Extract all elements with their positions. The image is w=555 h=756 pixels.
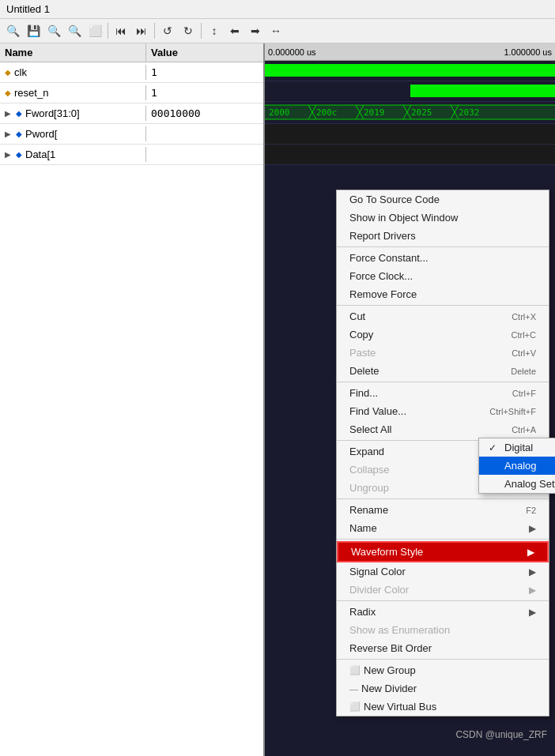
next-button[interactable]: ⏭ xyxy=(132,21,151,40)
signal-name-pword: ▶ ◆ Pword[ xyxy=(0,126,146,141)
new-virtual-bus-icon: ⬜ xyxy=(349,701,361,712)
ctx-force-clock[interactable]: Force Clock... xyxy=(337,267,549,285)
bus-icon-fword: ◆ xyxy=(16,109,22,118)
expand-v-button[interactable]: ↕ xyxy=(205,21,224,40)
ctx-reverse-bit[interactable]: Reverse Bit Order xyxy=(337,639,549,657)
ctx-delete[interactable]: Delete Delete xyxy=(337,362,549,380)
submenu-analog-settings[interactable]: Analog Settings... xyxy=(479,475,555,493)
ctx-waveform-style[interactable]: Waveform Style ▶ xyxy=(337,541,549,562)
new-group-icon: ⬜ xyxy=(349,665,361,675)
expand-data[interactable]: ▶ xyxy=(5,150,11,159)
ctx-sep-3 xyxy=(337,382,549,382)
ctx-sep-6 xyxy=(337,539,549,540)
toolbar-sep-3 xyxy=(201,23,202,39)
ctx-go-to-source[interactable]: Go To Source Code xyxy=(337,190,549,209)
bus-icon-data: ◆ xyxy=(16,150,22,159)
new-divider-icon: — xyxy=(349,684,358,694)
toolbar-sep-2 xyxy=(154,23,155,39)
ctx-signal-color[interactable]: Signal Color ▶ xyxy=(337,562,549,581)
ctx-find[interactable]: Find... Ctrl+F xyxy=(337,384,549,402)
signal-name-clk: ◆ clk xyxy=(0,65,146,80)
ctx-new-virtual-bus[interactable]: ⬜ New Virtual Bus xyxy=(337,698,549,716)
signal-value-clk: 1 xyxy=(146,65,162,80)
ctx-new-divider[interactable]: — New Divider xyxy=(337,679,549,698)
signal-row-data[interactable]: ▶ ◆ Data[1 xyxy=(0,145,263,165)
logic-icon-reset: ◆ xyxy=(5,88,11,97)
ruler-right: 1.000000 us xyxy=(504,47,552,57)
signal-value-pword xyxy=(146,133,156,136)
signal-value-fword: 00010000 xyxy=(146,106,206,121)
submenu-analog[interactable]: Analog xyxy=(479,457,555,475)
svg-text:2019: 2019 xyxy=(364,107,385,118)
ctx-name[interactable]: Name ▶ xyxy=(337,519,549,537)
ctx-radix[interactable]: Radix ▶ xyxy=(337,603,549,621)
ctx-rename[interactable]: Rename F2 xyxy=(337,501,549,519)
digital-check: ✓ xyxy=(489,442,500,453)
radix-arrow: ▶ xyxy=(529,607,536,618)
ruler-area: 0.000000 us 1.000000 us xyxy=(265,43,555,61)
undo-button[interactable]: ↺ xyxy=(158,21,177,40)
toolbar: 🔍 💾 🔍 🔍 ⬜ ⏮ ⏭ ↺ ↻ ↕ ⬅ ➡ ↔ xyxy=(0,19,555,43)
expand-h-button[interactable]: ↔ xyxy=(266,21,285,40)
ctx-new-group[interactable]: ⬜ New Group xyxy=(337,661,549,679)
zoom-out-button[interactable]: 🔍 xyxy=(65,21,84,40)
signal-panel: Name Value ◆ clk 1 ◆ reset_n 1 xyxy=(0,43,265,756)
wave-fword-svg: 2000 200c 2019 2025 2032 xyxy=(265,102,555,124)
wave-row-fword: 2000 200c 2019 2025 2032 xyxy=(265,102,555,124)
signal-name-fword: ▶ ◆ Fword[31:0] xyxy=(0,106,146,121)
ctx-show-in-object[interactable]: Show in Object Window xyxy=(337,209,549,227)
window-title: Untitled 1 xyxy=(6,3,50,15)
bus-icon-pword: ◆ xyxy=(16,130,22,138)
ctx-cut[interactable]: Cut Ctrl+X xyxy=(337,307,549,325)
svg-text:200c: 200c xyxy=(316,107,338,118)
main-window: Untitled 1 🔍 💾 🔍 🔍 ⬜ ⏮ ⏭ ↺ ↻ ↕ ⬅ ➡ ↔ Nam… xyxy=(0,0,555,756)
ctx-sep-8 xyxy=(337,659,549,660)
ctx-report-drivers[interactable]: Report Drivers xyxy=(337,227,549,245)
wave-row-clk xyxy=(265,61,555,81)
ctx-find-value[interactable]: Find Value... Ctrl+Shift+F xyxy=(337,402,549,420)
toolbar-sep-1 xyxy=(108,23,108,39)
signal-row-fword[interactable]: ▶ ◆ Fword[31:0] 00010000 xyxy=(0,103,263,124)
wave-row-data xyxy=(265,145,555,165)
wave-display: 2000 200c 2019 2025 2032 xyxy=(265,61,555,165)
signal-header: Name Value xyxy=(0,43,263,62)
name-submenu-arrow: ▶ xyxy=(529,523,536,534)
save-button[interactable]: 💾 xyxy=(24,21,43,40)
redo-button[interactable]: ↻ xyxy=(179,21,198,40)
signal-row-reset[interactable]: ◆ reset_n 1 xyxy=(0,83,263,103)
watermark: CSDN @unique_ZRF xyxy=(455,729,547,740)
waveform-panel: 0.000000 us 1.000000 us xyxy=(265,43,555,756)
ctx-sep-2 xyxy=(337,305,549,306)
svg-text:2000: 2000 xyxy=(269,107,290,118)
signal-row-pword[interactable]: ▶ ◆ Pword[ xyxy=(0,124,263,145)
search-button[interactable]: 🔍 xyxy=(3,21,22,40)
ctx-sep-7 xyxy=(337,600,549,601)
scroll-right-button[interactable]: ➡ xyxy=(246,21,265,40)
signal-name-reset: ◆ reset_n xyxy=(0,85,146,100)
title-bar: Untitled 1 xyxy=(0,0,555,19)
expand-pword[interactable]: ▶ xyxy=(5,130,11,138)
signal-color-arrow: ▶ xyxy=(529,566,536,577)
signal-value-reset: 1 xyxy=(146,85,162,100)
ctx-remove-force[interactable]: Remove Force xyxy=(337,285,549,303)
svg-text:2025: 2025 xyxy=(411,107,432,118)
prev-button[interactable]: ⏮ xyxy=(111,21,130,40)
ctx-sep-1 xyxy=(337,246,549,247)
expand-fword[interactable]: ▶ xyxy=(5,109,11,118)
wave-row-reset xyxy=(265,81,555,102)
ctx-copy[interactable]: Copy Ctrl+C xyxy=(337,325,549,344)
scroll-left-button[interactable]: ⬅ xyxy=(225,21,244,40)
main-area: Name Value ◆ clk 1 ◆ reset_n 1 xyxy=(0,43,555,756)
ctx-sep-5 xyxy=(337,498,549,499)
ctx-force-constant[interactable]: Force Constant... xyxy=(337,249,549,267)
zoom-in-button[interactable]: 🔍 xyxy=(44,21,63,40)
ctx-select-all[interactable]: Select All Ctrl+A xyxy=(337,420,549,438)
logic-icon-clk: ◆ xyxy=(5,68,11,77)
submenu-digital[interactable]: ✓ Digital xyxy=(479,438,555,457)
signal-row-clk[interactable]: ◆ clk 1 xyxy=(0,62,263,83)
signal-value-data xyxy=(146,153,156,156)
waveform-style-submenu: ✓ Digital Analog Analog Settings... xyxy=(478,438,555,494)
ruler-left: 0.000000 us xyxy=(268,47,316,57)
fit-button[interactable]: ⬜ xyxy=(85,21,104,40)
signal-name-data: ▶ ◆ Data[1 xyxy=(0,147,146,162)
